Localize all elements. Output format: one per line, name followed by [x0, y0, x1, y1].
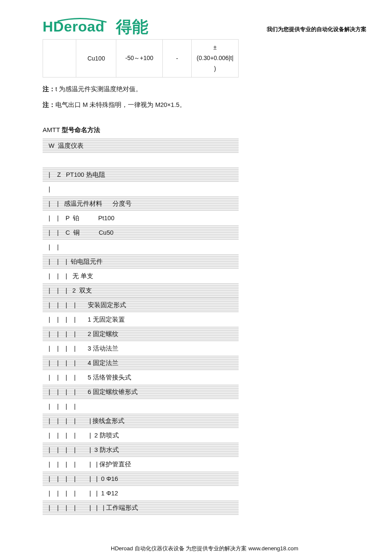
tagline: 我们为您提供专业的自动化设备解决方案	[267, 26, 366, 33]
tree-row: | | | | | 接线盒形式	[43, 414, 239, 428]
spec-col-4-line2: )	[193, 63, 236, 74]
spec-col-4-line0: ±	[193, 42, 236, 53]
table-row: Cu100 -50～+100 - ± (0.30+0.006|t| )	[43, 40, 239, 78]
tree-row: W 温度仪表	[43, 138, 239, 153]
tree-row: | | | | 6 固定螺纹锥形式	[43, 385, 239, 399]
note-2-text: 电气出口 M 未特殊指明，一律视为 M20×1.5。	[55, 101, 186, 108]
tree-row: | | 感温元件材料 分度号	[43, 196, 239, 211]
tree-row: | | | | 4 固定法兰	[43, 356, 239, 370]
tree-row: |	[43, 182, 239, 196]
spec-col-0	[43, 40, 76, 78]
tree-row: | | P 铂 Pt100	[43, 211, 239, 225]
tree-row: | | | 铂电阻元件	[43, 254, 239, 269]
section-title-cn: 型号命名方法	[62, 126, 100, 133]
tree-row: | | | | | | 保护管直径	[43, 457, 239, 472]
tree-row: | | | | 1 无固定装置	[43, 312, 239, 327]
logo-svg: HDeroad 得能	[43, 17, 158, 36]
tree-row: | | | | | | | 工作端形式	[43, 500, 239, 515]
spec-col-1: Cu100	[76, 40, 116, 78]
tree-row: | | | | 安装固定形式	[43, 298, 239, 312]
note-1-label: 注：	[43, 86, 55, 92]
svg-text:得能: 得能	[115, 18, 148, 36]
tree-row: | | | | | 3 防水式	[43, 443, 239, 457]
svg-text:HDeroad: HDeroad	[43, 18, 104, 35]
spec-col-4-line1: (0.30+0.006|t|	[193, 53, 236, 63]
tree-row: | | | 2 双支	[43, 283, 239, 298]
tree-row: | | | | | 2 防喷式	[43, 428, 239, 443]
tree-row	[43, 153, 239, 167]
spec-col-2: -50～+100	[116, 40, 162, 78]
tree-row: | | | 无 单支	[43, 269, 239, 283]
tree-row: | Z PT100 热电阻	[43, 167, 239, 182]
naming-tree: W 温度仪表 | Z PT100 热电阻 | | | 感温元件材料 分度号 | …	[43, 138, 239, 515]
spec-table: Cu100 -50～+100 - ± (0.30+0.006|t| )	[43, 39, 239, 78]
tree-row: | |	[43, 240, 239, 254]
tree-row: | | | | | | 1 Φ12	[43, 486, 239, 500]
spec-col-4: ± (0.30+0.006|t| )	[192, 40, 239, 78]
note-1: 注：t 为感温元件实测温度绝对值。	[43, 85, 366, 93]
note-2: 注：电气出口 M 未特殊指明，一律视为 M20×1.5。	[43, 101, 366, 109]
header: HDeroad 得能 我们为您提供专业的自动化设备解决方案	[43, 17, 366, 36]
footer-text: HDeroad 自动化仪器仪表设备 为您提供专业的解决方案 www.deneng…	[43, 545, 366, 552]
tree-row: | | | | | | 0 Φ16	[43, 472, 239, 486]
section-title: AMTT 型号命名方法	[43, 126, 366, 134]
section-title-prefix: AMTT	[43, 126, 62, 133]
tree-row: | | | | 5 活络管接头式	[43, 370, 239, 385]
note-1-text: t 为感温元件实测温度绝对值。	[55, 86, 142, 92]
tree-row: | | | | 2 固定螺纹	[43, 327, 239, 341]
tree-row: | | | |	[43, 399, 239, 414]
spec-col-3: -	[162, 40, 192, 78]
brand-logo: HDeroad 得能	[43, 17, 158, 36]
tree-row: | | C 铜 Cu50	[43, 225, 239, 240]
note-2-label: 注：	[43, 101, 55, 108]
tree-row: | | | | 3 活动法兰	[43, 341, 239, 356]
